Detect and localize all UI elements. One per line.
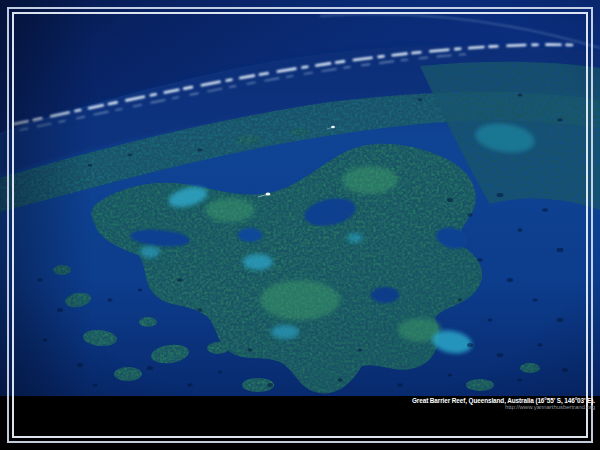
photo-caption: Great Barrier Reef, Queensland, Australi…	[412, 397, 595, 411]
reef-aerial-photo	[0, 0, 600, 450]
wallpaper: Great Barrier Reef, Queensland, Australi…	[0, 0, 600, 450]
caption-credit-url: http://www.yannarthusbertrand.org	[412, 404, 595, 411]
caption-location: Great Barrier Reef, Queensland, Australi…	[412, 397, 595, 404]
vignette-overlay	[0, 0, 600, 450]
